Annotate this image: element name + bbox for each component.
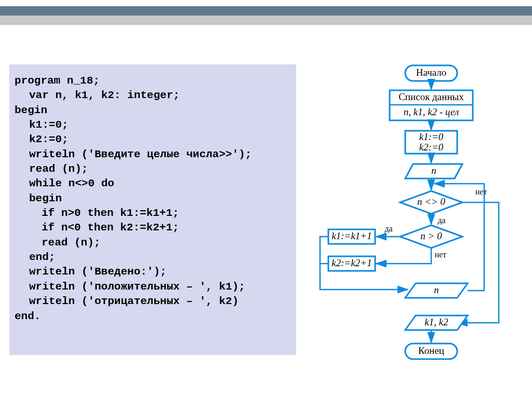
code-l11b: n<0	[55, 222, 87, 234]
fc-act1: k1:=k1+1	[331, 230, 371, 241]
fc-no1: нет	[475, 187, 487, 196]
kw-var: var	[29, 89, 49, 101]
fc-init2: k2:=0	[419, 142, 444, 153]
kw-then2: then	[87, 222, 113, 234]
header-shadow	[0, 16, 532, 25]
code-l10b: n>0	[55, 207, 87, 219]
code-l8b: n<>0	[62, 177, 101, 189]
code-l15: writeln ('положительных – ', k1);	[29, 281, 245, 293]
code-l16: writeln ('отрицательных – ', k2)	[29, 295, 238, 307]
fc-yes2: да	[384, 224, 392, 234]
fc-readn2: n	[434, 284, 439, 295]
kw-while: while	[29, 177, 62, 189]
code-l7: read (n);	[29, 163, 88, 175]
kw-begin2: begin	[29, 193, 62, 204]
fc-cond1: n <> 0	[417, 196, 446, 207]
kw-do: do	[101, 177, 114, 189]
code-block: program n_18; var n, k1, k2: integer; be…	[9, 64, 296, 355]
code-l4: k1:=0;	[29, 119, 69, 131]
kw-if2: if	[42, 222, 55, 234]
code-l11d: k2:=k2+1;	[114, 222, 179, 234]
fc-act2: k2:=k2+1	[331, 257, 371, 268]
flowchart: Начало Список данных n, k1, k2 - цел k1:…	[312, 61, 530, 393]
fc-out: k1, k2	[424, 317, 448, 327]
code-l2b: n, k1, k2: integer;	[49, 89, 180, 101]
kw-begin: begin	[15, 104, 47, 116]
fc-readn: n	[431, 165, 436, 176]
fc-end: Конец	[418, 345, 444, 356]
code-l12: read (n);	[42, 237, 100, 249]
kw-program: program	[15, 75, 60, 87]
code-l6: writeln ('Введите целые числа>>');	[29, 148, 251, 160]
kw-end1: end;	[29, 251, 55, 263]
fc-datalist: Список данных	[398, 91, 464, 102]
code-l14: writeln ('Введено:');	[29, 266, 167, 278]
header-band	[0, 6, 532, 16]
code-l10d: k1:=k1+1;	[114, 207, 179, 219]
code-l1b: n_18;	[60, 75, 100, 87]
kw-then1: then	[87, 207, 113, 219]
fc-no2: нет	[435, 250, 447, 259]
code-l5: k2:=0;	[29, 133, 69, 145]
fc-yes1: да	[437, 216, 445, 225]
fc-cond2: n > 0	[420, 230, 442, 241]
fc-start: Начало	[416, 67, 447, 78]
kw-end2: end.	[15, 310, 41, 322]
fc-vars: n, k1, k2 - цел	[404, 106, 459, 117]
fc-init1: k1:=0	[419, 131, 444, 142]
kw-if1: if	[42, 207, 55, 219]
